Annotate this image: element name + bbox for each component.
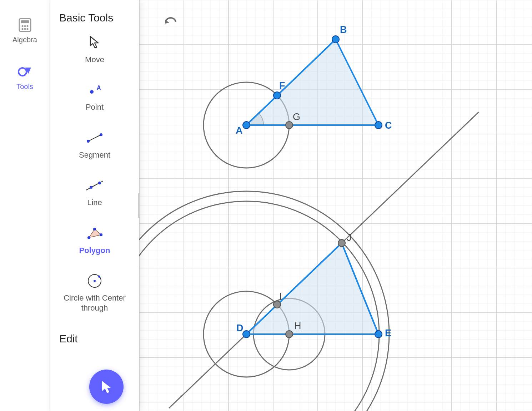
svg-text:A: A	[236, 125, 243, 136]
svg-point-147	[332, 36, 339, 43]
svg-point-21	[94, 280, 96, 282]
svg-point-9	[90, 90, 94, 94]
svg-point-12	[87, 140, 90, 143]
tools-panel-title: Basic Tools	[57, 11, 132, 25]
calculator-icon	[17, 17, 33, 33]
polygon-icon	[86, 225, 103, 242]
svg-point-15	[90, 186, 92, 189]
svg-point-19	[100, 233, 102, 236]
segment-icon	[86, 129, 103, 147]
tool-point-label: Point	[86, 102, 104, 112]
canvas-svg: ABCFGDEHIJ	[139, 0, 532, 411]
tool-point[interactable]: A Point	[86, 81, 104, 112]
svg-point-151	[273, 92, 281, 99]
view-algebra[interactable]: Algebra	[12, 17, 37, 44]
svg-text:C: C	[385, 120, 392, 131]
tool-polygon[interactable]: Polygon	[79, 225, 110, 256]
tool-circle[interactable]: Circle with Center through	[57, 272, 132, 313]
svg-point-155	[243, 331, 250, 338]
svg-point-145	[243, 122, 250, 129]
view-rail: Algebra Tools	[0, 0, 50, 411]
svg-point-6	[24, 28, 26, 30]
svg-rect-1	[21, 20, 29, 23]
svg-point-4	[26, 25, 28, 27]
cursor-icon	[86, 34, 103, 51]
svg-point-163	[338, 239, 345, 247]
point-icon: A	[86, 81, 103, 99]
view-algebra-label: Algebra	[12, 36, 37, 44]
tool-move[interactable]: Move	[85, 34, 104, 65]
cursor-filled-icon	[99, 380, 114, 394]
svg-point-149	[375, 122, 382, 129]
svg-point-8	[19, 68, 26, 76]
svg-point-159	[286, 331, 293, 338]
panel-scrollbar-thumb[interactable]	[138, 193, 139, 218]
tool-list: Move A Point Segment Line	[57, 34, 132, 313]
tool-circle-label: Circle with Center through	[57, 293, 132, 313]
svg-point-18	[93, 228, 96, 231]
svg-text:G: G	[293, 112, 300, 122]
shapes-icon	[17, 64, 32, 80]
svg-text:D: D	[236, 323, 244, 333]
svg-text:B: B	[340, 24, 347, 35]
svg-point-17	[87, 236, 90, 239]
svg-point-16	[98, 182, 101, 184]
tool-polygon-label: Polygon	[79, 246, 110, 256]
view-tools[interactable]: Tools	[16, 64, 33, 91]
edit-section-heading: Edit	[57, 333, 132, 345]
svg-text:I: I	[279, 291, 282, 302]
svg-point-153	[286, 122, 293, 129]
svg-point-2	[21, 25, 23, 27]
svg-point-13	[100, 133, 102, 136]
tool-segment-label: Segment	[79, 150, 110, 160]
svg-text:E: E	[385, 328, 391, 338]
svg-point-7	[26, 28, 28, 30]
tools-panel: Basic Tools Move A Point Segment	[50, 0, 139, 411]
svg-text:J: J	[347, 232, 352, 243]
line-icon	[86, 177, 103, 194]
tool-line-label: Line	[87, 198, 102, 208]
undo-icon	[164, 16, 178, 27]
tool-segment[interactable]: Segment	[79, 129, 110, 160]
svg-point-5	[21, 28, 23, 30]
view-tools-label: Tools	[16, 83, 33, 91]
svg-text:H: H	[294, 321, 301, 331]
svg-line-11	[88, 135, 101, 141]
svg-point-22	[98, 276, 100, 278]
svg-point-3	[24, 25, 26, 27]
tool-line[interactable]: Line	[86, 177, 103, 208]
svg-text:A: A	[97, 85, 101, 91]
mode-fab[interactable]	[89, 370, 124, 404]
svg-line-14	[86, 180, 103, 190]
tool-move-label: Move	[85, 55, 104, 65]
geometry-canvas[interactable]: ABCFGDEHIJ	[139, 0, 532, 411]
svg-text:F: F	[279, 80, 285, 91]
svg-point-157	[375, 331, 382, 338]
circle-center-icon	[86, 272, 103, 289]
svg-point-161	[273, 301, 281, 308]
